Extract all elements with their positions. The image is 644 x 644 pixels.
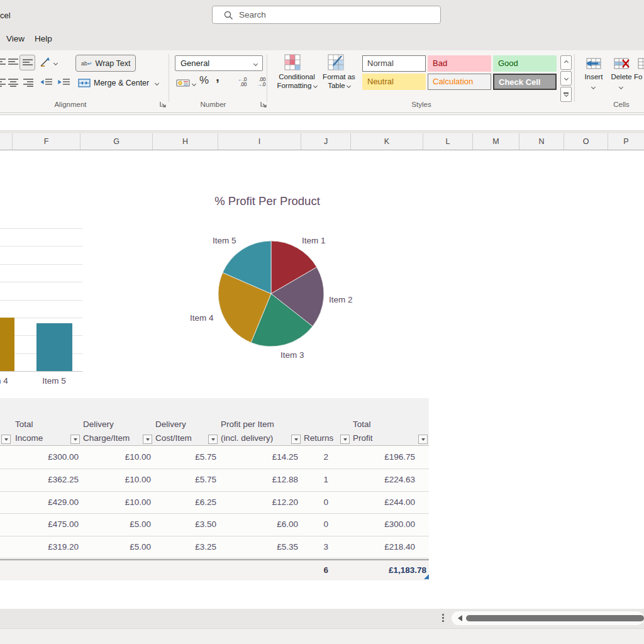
table-row[interactable]: £300.00£10.00£5.75£14.252£196.75 <box>0 447 429 469</box>
table-resize-handle-icon[interactable] <box>424 574 429 579</box>
align-bottom-icon[interactable] <box>19 55 35 70</box>
filter-button-income[interactable] <box>70 435 80 444</box>
style-swatch-good[interactable]: Good <box>493 55 557 72</box>
align-right-icon[interactable] <box>23 78 34 87</box>
table-cell[interactable]: 2 <box>301 452 328 462</box>
table-row[interactable]: £429.00£10.00£6.25£12.200£244.00 <box>0 492 429 514</box>
table-cell[interactable]: £362.25 <box>13 475 79 484</box>
format-as-table-icon[interactable] <box>328 54 344 70</box>
search-input[interactable] <box>239 7 428 23</box>
horizontal-scrollbar[interactable] <box>0 609 644 628</box>
table-cell[interactable]: £5.35 <box>218 542 298 552</box>
increase-decimal-icon[interactable]: ←.0.00 <box>231 77 247 87</box>
styles-scroll-down-button[interactable] <box>560 71 572 86</box>
column-header-L[interactable]: L <box>423 133 473 150</box>
table-cell[interactable]: £300.00 <box>350 519 426 529</box>
table-cell[interactable]: £10.00 <box>80 475 151 484</box>
increase-indent-icon[interactable] <box>58 78 70 87</box>
scrollbar-track[interactable] <box>452 611 644 625</box>
align-left-icon[interactable] <box>0 78 6 87</box>
filter-button-cost-item[interactable] <box>208 435 218 444</box>
conditional-formatting-button[interactable]: Conditional Formatting <box>270 73 323 90</box>
style-swatch-check-cell[interactable]: Check Cell <box>493 74 557 90</box>
column-header-partial[interactable] <box>0 133 13 150</box>
menu-item-view[interactable]: View <box>6 34 25 43</box>
table-cell[interactable]: £5.00 <box>80 542 151 552</box>
bar-item-5[interactable] <box>36 323 72 371</box>
column-header-O[interactable]: O <box>564 133 608 150</box>
styles-scroll-up-button[interactable] <box>560 55 572 70</box>
scroll-left-arrow-icon[interactable] <box>458 615 462 621</box>
merge-center-icon[interactable] <box>78 79 91 87</box>
orientation-dropdown-chevron[interactable] <box>53 61 58 65</box>
table-cell[interactable]: £5.75 <box>153 475 216 484</box>
table-cell[interactable]: £3.50 <box>153 519 216 529</box>
table-cell[interactable]: £10.00 <box>80 497 151 507</box>
table-cell[interactable]: £300.00 <box>13 452 79 462</box>
menu-item-help[interactable]: Help <box>35 34 52 43</box>
column-header-M[interactable]: M <box>473 133 519 150</box>
merge-center-label[interactable]: Merge & Center <box>94 79 149 87</box>
bar-chart[interactable]: Item 4Item 5 <box>0 220 82 390</box>
table-cell[interactable]: £475.00 <box>13 519 79 529</box>
format-as-table-button[interactable]: Format as Table <box>318 73 360 90</box>
percent-style-icon[interactable]: % <box>199 74 209 87</box>
column-header-J[interactable]: J <box>301 133 351 150</box>
style-swatch-normal[interactable]: Normal <box>362 55 426 72</box>
table-cell[interactable]: £14.25 <box>218 452 298 462</box>
insert-cells-icon[interactable] <box>586 56 602 70</box>
column-header-K[interactable]: K <box>351 133 423 150</box>
align-center-icon[interactable] <box>8 78 19 87</box>
format-button[interactable]: Fo <box>634 73 644 82</box>
table-totals-row[interactable]: 6£1,183.78 <box>0 559 429 580</box>
table-cell[interactable]: £6.25 <box>153 497 216 507</box>
style-swatch-calculation[interactable]: Calculation <box>428 74 491 90</box>
accounting-format-chevron[interactable] <box>192 82 196 86</box>
merge-center-chevron[interactable] <box>155 81 159 86</box>
search-box[interactable] <box>212 6 441 24</box>
column-header-F[interactable]: F <box>13 133 80 150</box>
table-cell[interactable]: £5.75 <box>153 452 216 462</box>
table-cell[interactable]: £10.00 <box>80 452 151 462</box>
table-cell[interactable]: £224.63 <box>350 475 426 484</box>
table-cell[interactable]: 3 <box>301 542 328 552</box>
table-cell[interactable]: £12.88 <box>218 475 298 484</box>
column-header-I[interactable]: I <box>218 133 301 150</box>
table-cell[interactable]: £244.00 <box>350 497 426 507</box>
table-cell[interactable]: £196.75 <box>350 452 426 462</box>
insert-button[interactable]: Insert <box>580 73 608 82</box>
scrollbar-thumb[interactable] <box>466 615 644 621</box>
table-cell[interactable]: £429.00 <box>13 497 79 507</box>
insert-chevron[interactable] <box>591 85 596 89</box>
bar-item-4[interactable] <box>0 318 14 371</box>
table-cell[interactable]: £319.20 <box>13 542 79 552</box>
decrease-decimal-icon[interactable]: .00→.0 <box>250 77 265 87</box>
alignment-dialog-launcher-icon[interactable] <box>159 101 167 109</box>
filter-button-partial[interactable] <box>1 435 11 444</box>
filter-button-charge-item[interactable] <box>143 435 152 444</box>
format-cells-icon[interactable] <box>637 56 644 70</box>
column-header-H[interactable]: H <box>153 133 218 150</box>
table-cell[interactable]: 0 <box>301 497 328 507</box>
table-cell[interactable]: £3.25 <box>153 542 216 552</box>
align-middle-icon[interactable] <box>8 58 19 67</box>
formula-bar[interactable] <box>0 114 644 131</box>
style-swatch-bad[interactable]: Bad <box>428 55 491 72</box>
table-row[interactable]: £475.00£5.00£3.50£6.000£300.00 <box>0 514 429 536</box>
table-cell[interactable]: £6.00 <box>218 519 298 529</box>
table-cell[interactable]: £218.40 <box>350 542 426 552</box>
column-header-N[interactable]: N <box>519 133 564 150</box>
delete-button[interactable]: Delete <box>608 73 635 82</box>
table-cell[interactable]: 0 <box>301 519 328 529</box>
orientation-icon[interactable] <box>39 57 50 68</box>
accounting-format-icon[interactable] <box>176 78 190 88</box>
filter-button--incl-delivery-[interactable] <box>291 435 301 444</box>
column-header-P[interactable]: P <box>608 133 644 150</box>
pie-chart[interactable] <box>208 230 335 357</box>
style-swatch-neutral[interactable]: Neutral <box>362 74 426 90</box>
table-row[interactable]: £362.25£10.00£5.75£12.881£224.63 <box>0 469 429 492</box>
table-cell[interactable]: £12.20 <box>218 497 298 507</box>
conditional-formatting-icon[interactable] <box>284 54 301 70</box>
scrollbar-grip-icon[interactable] <box>442 614 444 623</box>
table-cell[interactable]: £5.00 <box>80 519 151 529</box>
